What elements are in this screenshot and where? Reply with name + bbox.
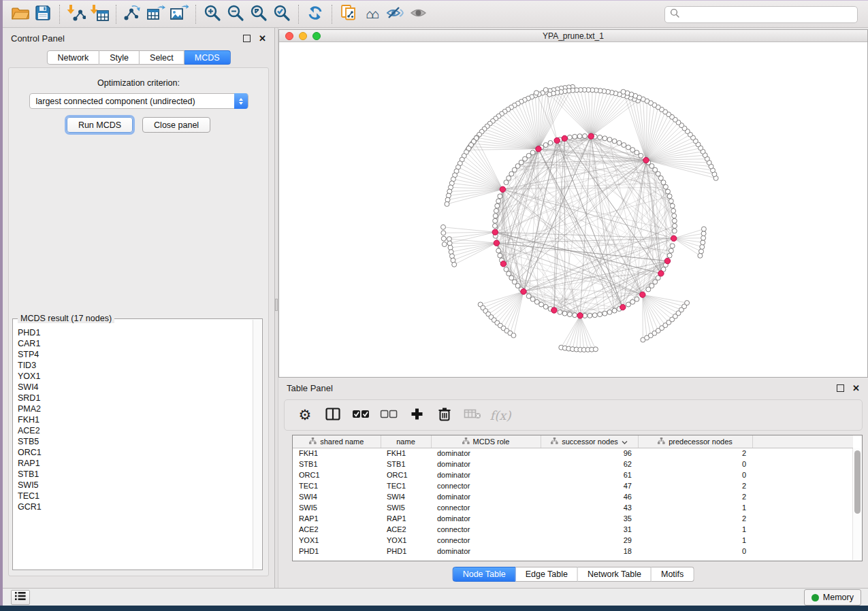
cell-successor-nodes[interactable]: 46 [541, 491, 638, 502]
table-row[interactable]: YOX1YOX1connector291 [293, 535, 853, 546]
delete-table-button[interactable] [462, 403, 483, 427]
cell-MCDS-role[interactable]: connector [431, 524, 541, 535]
table-scrollbar[interactable] [852, 448, 861, 560]
cell-successor-nodes[interactable]: 29 [541, 535, 638, 546]
mcds-result-item[interactable]: TID3 [18, 360, 253, 371]
hide-selected-button[interactable] [383, 3, 406, 25]
tab-network-table[interactable]: Network Table [578, 567, 652, 582]
select-all-button[interactable] [350, 403, 372, 427]
export-network-button[interactable] [121, 3, 144, 25]
cell-predecessor-nodes[interactable]: 2 [638, 480, 752, 491]
mcds-result-item[interactable]: SRD1 [18, 393, 253, 403]
cell-MCDS-role[interactable]: dominator [431, 459, 541, 469]
cell-predecessor-nodes[interactable]: 0 [638, 459, 752, 469]
mcds-result-item[interactable]: RAP1 [18, 458, 253, 469]
cell-shared-name[interactable]: TEC1 [293, 480, 381, 491]
cell-shared-name[interactable]: RAP1 [293, 513, 381, 524]
table-row[interactable]: TEC1TEC1connector472 [293, 480, 853, 491]
table-row[interactable]: PHD1PHD1dominator180 [293, 546, 853, 557]
cell-name[interactable]: SWI5 [381, 502, 431, 513]
cell-successor-nodes[interactable]: 96 [541, 448, 638, 459]
show-all-button[interactable] [406, 3, 430, 25]
mcds-list-scrollbar[interactable] [253, 320, 261, 569]
mcds-result-item[interactable]: YOX1 [18, 371, 253, 382]
criterion-select[interactable]: largest connected component (undirected) [29, 93, 248, 109]
tab-network[interactable]: Network [46, 50, 99, 65]
export-image-button[interactable] [167, 3, 191, 25]
float-table-panel-icon[interactable] [837, 384, 844, 392]
cell-shared-name[interactable]: PHD1 [293, 546, 381, 557]
cell-successor-nodes[interactable]: 62 [541, 459, 638, 469]
cell-MCDS-role[interactable]: dominator [431, 513, 541, 524]
cell-predecessor-nodes[interactable]: 2 [638, 513, 752, 524]
close-panel-icon[interactable]: ✕ [259, 35, 266, 42]
cell-MCDS-role[interactable]: dominator [431, 448, 541, 459]
table-row[interactable]: FKH1FKH1dominator962 [293, 448, 853, 459]
cell-predecessor-nodes[interactable]: 1 [638, 502, 752, 513]
cell-successor-nodes[interactable]: 61 [541, 469, 638, 480]
zoom-out-button[interactable] [224, 3, 247, 25]
mcds-result-item[interactable]: SWI5 [18, 480, 253, 491]
cell-MCDS-role[interactable]: dominator [431, 469, 541, 480]
cell-shared-name[interactable]: YOX1 [293, 535, 381, 546]
cell-predecessor-nodes[interactable]: 0 [638, 546, 752, 557]
mcds-result-item[interactable]: STB1 [18, 469, 253, 480]
mcds-result-item[interactable]: SWI4 [18, 382, 253, 393]
cell-MCDS-role[interactable]: dominator [431, 491, 541, 502]
cell-predecessor-nodes[interactable]: 1 [638, 535, 752, 546]
mcds-result-item[interactable]: GCR1 [18, 501, 253, 512]
run-mcds-button[interactable]: Run MCDS [67, 117, 133, 133]
cell-shared-name[interactable]: SWI5 [293, 502, 381, 513]
mcds-result-list[interactable]: PHD1CAR1STP4TID3YOX1SWI4SRD1PMA2FKH1ACE2… [13, 321, 253, 569]
cell-MCDS-role[interactable]: dominator [431, 546, 541, 557]
cell-successor-nodes[interactable]: 18 [541, 546, 638, 557]
column-header-shared-name[interactable]: shared name [293, 435, 381, 448]
add-row-button[interactable] [406, 403, 428, 427]
search-box[interactable] [664, 6, 858, 23]
mcds-result-item[interactable]: PMA2 [18, 403, 253, 414]
column-header-MCDS-role[interactable]: MCDS role [431, 435, 541, 448]
close-table-panel-icon[interactable]: ✕ [852, 384, 860, 392]
cell-predecessor-nodes[interactable]: 0 [638, 469, 752, 480]
mcds-result-item[interactable]: FKH1 [18, 414, 253, 425]
task-history-button[interactable] [11, 590, 30, 605]
mcds-result-item[interactable]: PHD1 [18, 327, 253, 338]
first-neighbors-button[interactable]: ⌂⌂ [360, 3, 383, 25]
cell-shared-name[interactable]: ACE2 [293, 524, 381, 535]
cell-shared-name[interactable]: SWI4 [293, 491, 381, 502]
save-session-button[interactable] [31, 3, 54, 25]
close-panel-button[interactable]: Close panel [142, 117, 210, 133]
cell-MCDS-role[interactable]: connector [431, 535, 541, 546]
cell-shared-name[interactable]: FKH1 [293, 448, 381, 459]
cell-MCDS-role[interactable]: connector [431, 480, 541, 491]
deselect-all-button[interactable] [378, 403, 400, 427]
network-from-selection-button[interactable] [337, 3, 360, 25]
refresh-layout-button[interactable] [304, 3, 327, 25]
delete-row-button[interactable] [434, 403, 455, 427]
column-header-predecessor-nodes[interactable]: predecessor nodes [638, 435, 752, 448]
tab-node-table[interactable]: Node Table [453, 567, 516, 582]
table-row[interactable]: SWI4SWI4dominator462 [293, 491, 853, 502]
tab-mcds[interactable]: MCDS [184, 50, 231, 65]
mcds-result-item[interactable]: TEC1 [18, 491, 253, 501]
tab-select[interactable]: Select [140, 50, 184, 65]
cell-successor-nodes[interactable]: 47 [541, 480, 638, 491]
cell-name[interactable]: PHD1 [381, 546, 431, 557]
cell-name[interactable]: ACE2 [381, 524, 431, 535]
cell-predecessor-nodes[interactable]: 2 [638, 491, 752, 502]
tab-edge-table[interactable]: Edge Table [516, 567, 578, 582]
cell-name[interactable]: SWI4 [381, 491, 431, 502]
tab-style[interactable]: Style [99, 50, 140, 65]
search-input[interactable] [680, 7, 857, 22]
table-scrollbar-thumb[interactable] [854, 450, 861, 514]
node-table-grid[interactable]: shared namenameMCDS rolesuccessor nodesp… [293, 435, 853, 557]
cell-name[interactable]: ORC1 [381, 469, 431, 480]
cell-name[interactable]: TEC1 [381, 480, 431, 491]
cell-name[interactable]: YOX1 [381, 535, 431, 546]
mcds-result-item[interactable]: ACE2 [18, 425, 253, 436]
mcds-result-item[interactable]: STP4 [18, 349, 253, 360]
mcds-result-item[interactable]: ORC1 [18, 447, 253, 458]
show-columns-button[interactable] [322, 403, 344, 427]
mcds-result-item[interactable]: CAR1 [18, 338, 253, 349]
column-header-name[interactable]: name [381, 435, 431, 448]
